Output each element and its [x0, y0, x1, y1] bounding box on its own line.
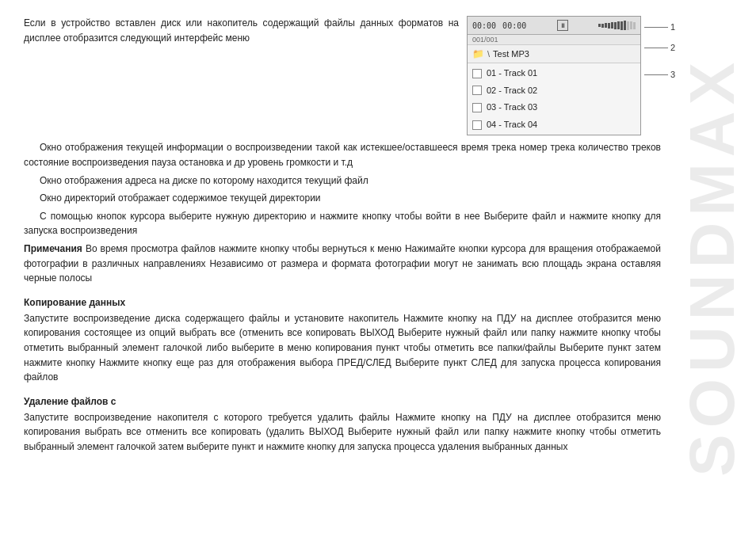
- copy-title: Копирование данных: [24, 297, 661, 308]
- label-3: 3: [670, 70, 675, 79]
- track-list: 01 - Track 01 02 - Track 02 03 - Track 0…: [468, 63, 640, 135]
- checkbox-4[interactable]: [472, 120, 482, 130]
- list-item[interactable]: 04 - Track 04: [468, 116, 640, 134]
- label-3-row: 3: [644, 70, 675, 79]
- checkbox-2[interactable]: [472, 86, 482, 95]
- track-label-2: 02 - Track 02: [487, 84, 537, 98]
- delete-text: Запустите воспроизведение накопителя с к…: [24, 410, 661, 455]
- labels-area: 1 2 3: [644, 22, 675, 79]
- track-counter: 001/001: [472, 36, 498, 44]
- delete-title: Удаление файлов с: [24, 396, 661, 407]
- label-2: 2: [670, 43, 675, 52]
- description-block: Окно отображения текущей информации о во…: [24, 140, 661, 285]
- volume-bar: [598, 21, 636, 30]
- track-label-4: 04 - Track 04: [487, 118, 537, 132]
- copy-section: Копирование данных Запустите воспроизвед…: [24, 297, 661, 385]
- note-label: Примечания: [24, 243, 82, 254]
- list-item[interactable]: 03 - Track 03: [468, 99, 640, 116]
- player-header: 00:00 00:00 ⏸: [468, 17, 640, 35]
- track-label-3: 03 - Track 03: [487, 101, 537, 115]
- main-content: Если в устройство вставлен диск или нако…: [24, 16, 661, 517]
- current-track-name: Test MP3: [493, 49, 529, 59]
- time-total: 00:00: [502, 21, 526, 30]
- slash-separator: \: [487, 49, 490, 59]
- track-label-1: 01 - Track 01: [487, 67, 537, 81]
- copy-text: Запустите воспроизведение диска содержащ…: [24, 311, 661, 385]
- delete-section: Удаление файлов с Запустите воспроизведе…: [24, 396, 661, 455]
- folder-icon: 📁: [472, 48, 484, 59]
- intro-text-block: Если в устройство вставлен диск или нако…: [24, 16, 459, 135]
- watermark: SOUNDMAX: [669, 0, 756, 533]
- current-track-row: 📁 \ Test MP3: [468, 45, 640, 63]
- counter-row: 001/001: [468, 35, 640, 45]
- label-2-row: 2: [644, 43, 675, 52]
- list-item[interactable]: 02 - Track 02: [468, 82, 640, 100]
- list-item[interactable]: 01 - Track 01: [468, 65, 640, 82]
- checkbox-3[interactable]: [472, 103, 482, 112]
- checkbox-1[interactable]: [472, 69, 482, 78]
- pause-icon[interactable]: ⏸: [557, 20, 568, 31]
- label-1: 1: [670, 22, 675, 32]
- label-1-row: 1: [644, 22, 675, 32]
- player-area: 00:00 00:00 ⏸: [467, 16, 661, 135]
- player-panel: 00:00 00:00 ⏸: [467, 16, 641, 135]
- time-elapsed: 00:00: [472, 21, 496, 30]
